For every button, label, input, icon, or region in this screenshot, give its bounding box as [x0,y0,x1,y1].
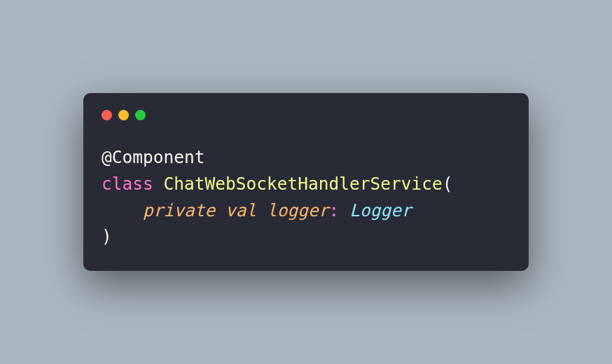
keyword-val-token: val [225,200,256,220]
minimize-icon[interactable] [118,110,129,120]
colon-token: : [329,200,340,220]
keyword-class-token: class [102,174,153,194]
close-icon[interactable] [102,110,112,120]
window-titlebar [102,107,510,120]
open-paren-token: ( [443,174,453,194]
param-type-token: Logger [349,200,412,220]
indent-token [102,197,143,224]
maximize-icon[interactable] [135,110,146,120]
keyword-private-token: private [143,200,215,220]
code-block: @Component class ChatWebSocketHandlerSer… [102,144,510,251]
code-window: @Component class ChatWebSocketHandlerSer… [83,93,529,272]
class-name-token: ChatWebSocketHandlerService [164,174,443,194]
close-paren-token: ) [102,226,112,246]
annotation-token: @Component [102,147,205,167]
param-name-token: logger [267,200,329,220]
